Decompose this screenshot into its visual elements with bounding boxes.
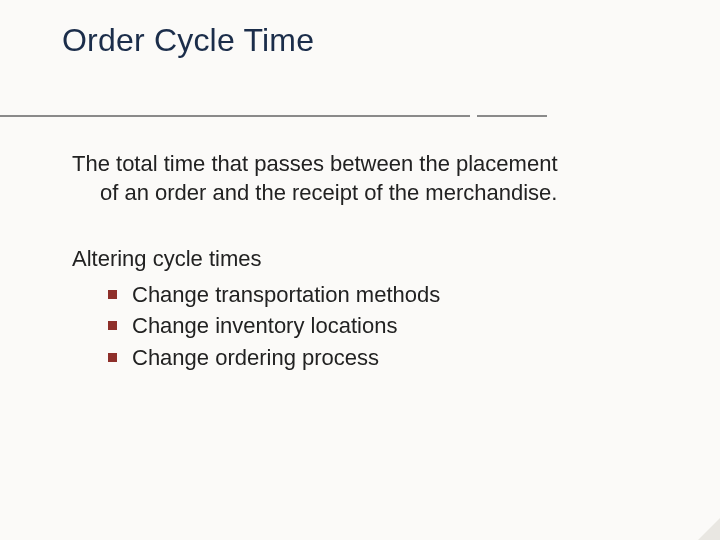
list-item-label: Change transportation methods [132,282,440,307]
square-bullet-icon [108,290,117,299]
square-bullet-icon [108,321,117,330]
slide-title: Order Cycle Time [62,22,314,59]
list-item-label: Change ordering process [132,345,379,370]
page-corner-fold-icon [698,518,720,540]
definition-line-1: The total time that passes between the p… [72,150,662,179]
title-divider [0,115,720,127]
list-item: Change inventory locations [72,311,662,341]
slide-body: The total time that passes between the p… [72,150,662,375]
definition-text: The total time that passes between the p… [72,150,662,207]
divider-segment-left [0,115,470,117]
definition-line-2: of an order and the receipt of the merch… [72,179,662,208]
altering-list: Change transportation methods Change inv… [72,280,662,373]
altering-heading: Altering cycle times [72,245,662,274]
list-item: Change transportation methods [72,280,662,310]
square-bullet-icon [108,353,117,362]
slide: Order Cycle Time The total time that pas… [0,0,720,540]
list-item: Change ordering process [72,343,662,373]
list-item-label: Change inventory locations [132,313,397,338]
divider-segment-right [477,115,547,117]
